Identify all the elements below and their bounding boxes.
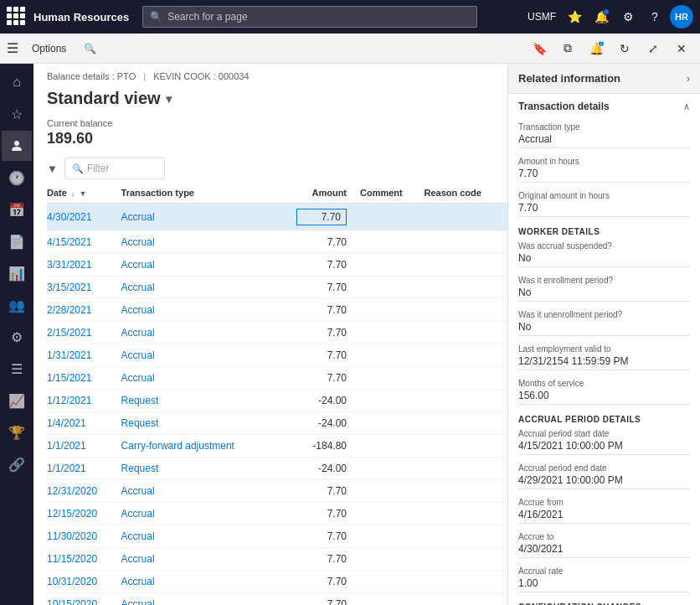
cell-type[interactable]: Accrual (121, 322, 278, 344)
cell-date[interactable]: 1/4/2021 (47, 412, 121, 435)
sidebar-item-document[interactable]: 📄 (2, 226, 32, 256)
cell-date[interactable]: 1/31/2021 (47, 344, 121, 367)
options-button[interactable]: Options (25, 39, 73, 58)
table-row[interactable]: 11/30/2020 Accrual 7.70 (47, 525, 507, 548)
sidebar-item-clock[interactable]: 🕐 (2, 163, 32, 193)
toolbar-open-icon[interactable]: ⧉ (556, 37, 579, 60)
sidebar-item-link[interactable]: 🔗 (2, 449, 32, 479)
cell-type[interactable]: Accrual (121, 204, 278, 231)
user-avatar[interactable]: HR (670, 5, 693, 28)
table-row[interactable]: 12/15/2020 Accrual 7.70 (47, 503, 507, 525)
toolbar-search-icon[interactable]: 🔍 (80, 39, 100, 59)
cell-amount[interactable]: 7.70 (277, 204, 360, 231)
cell-date[interactable]: 12/15/2020 (47, 503, 121, 525)
cell-type[interactable]: Accrual (121, 548, 278, 571)
cell-date[interactable]: 2/15/2021 (47, 322, 121, 344)
date-sort-icon[interactable]: ↓ (71, 189, 75, 198)
table-row[interactable]: 1/4/2021 Request -24.00 (47, 412, 507, 435)
table-row[interactable]: 1/15/2021 Accrual 7.70 (47, 367, 507, 390)
sidebar-item-settings2[interactable]: ⚙ (2, 322, 32, 352)
cell-amount: 7.70 (277, 231, 360, 254)
settings-icon[interactable]: ⚙ (616, 5, 640, 28)
cell-type[interactable]: Accrual (121, 277, 278, 299)
rp-value-last-employment: 12/31/2154 11:59:59 PM (518, 355, 690, 370)
toolbar-expand-icon[interactable]: ⤢ (641, 37, 665, 60)
cell-date[interactable]: 1/15/2021 (47, 367, 121, 390)
cell-type[interactable]: Request (121, 390, 278, 412)
sidebar-item-people[interactable]: 👥 (2, 290, 32, 320)
cell-type[interactable]: Request (121, 458, 278, 480)
cell-type[interactable]: Accrual (121, 571, 278, 593)
table-row[interactable]: 1/31/2021 Accrual 7.70 (47, 344, 507, 367)
date-filter-icon[interactable]: ▼ (79, 189, 86, 198)
sidebar-item-chart[interactable]: 📊 (2, 258, 32, 288)
table-row[interactable]: 10/15/2020 Accrual 7.70 (47, 593, 507, 606)
toolbar-refresh-icon[interactable]: ↻ (613, 37, 636, 60)
cell-type[interactable]: Carry-forward adjustment (121, 435, 278, 458)
cell-date[interactable]: 3/15/2021 (47, 277, 121, 299)
table-row[interactable]: 1/1/2021 Request -24.00 (47, 458, 507, 480)
filter-icon[interactable]: ▼ (47, 163, 58, 175)
cell-type[interactable]: Accrual (121, 480, 278, 503)
cell-type[interactable]: Accrual (121, 344, 278, 367)
right-panel-chevron[interactable]: › (687, 73, 690, 85)
sidebar-item-favorites[interactable]: ☆ (2, 99, 32, 129)
cell-date[interactable]: 2/28/2021 (47, 299, 121, 322)
toolbar-close-icon[interactable]: ✕ (670, 37, 693, 60)
toolbar-personalize-icon[interactable]: 🔖 (528, 37, 551, 60)
breadcrumb-part1: Balance details : PTO (47, 71, 136, 81)
cell-date[interactable]: 12/31/2020 (47, 480, 121, 503)
cell-date[interactable]: 1/1/2021 (47, 435, 121, 458)
cell-date[interactable]: 11/15/2020 (47, 548, 121, 571)
toolbar-notification-badge[interactable]: 🔔 7 (584, 37, 608, 60)
favorites-icon[interactable]: ⭐ (563, 5, 586, 28)
rp-section-header-transaction[interactable]: Transaction details ∧ (508, 94, 700, 119)
table-row[interactable]: 2/15/2021 Accrual 7.70 (47, 322, 507, 344)
notification-icon[interactable]: 🔔 (589, 5, 613, 28)
cell-date[interactable]: 4/15/2021 (47, 231, 121, 254)
cell-comment (360, 344, 424, 367)
table-row[interactable]: 1/12/2021 Request -24.00 (47, 390, 507, 412)
app-grid-icon[interactable] (7, 7, 27, 27)
sidebar-item-person[interactable] (2, 131, 32, 161)
cell-date[interactable]: 11/30/2020 (47, 525, 121, 548)
table-row[interactable]: 4/30/2021 Accrual 7.70 (47, 204, 507, 231)
table-row[interactable]: 3/15/2021 Accrual 7.70 (47, 277, 507, 299)
cell-type[interactable]: Accrual (121, 299, 278, 322)
table-row[interactable]: 2/28/2021 Accrual 7.70 (47, 299, 507, 322)
cell-type[interactable]: Accrual (121, 367, 278, 390)
hamburger-icon[interactable]: ☰ (7, 40, 18, 56)
right-panel: Related information › Transaction detail… (507, 64, 700, 605)
help-icon[interactable]: ? (643, 5, 667, 28)
cell-type[interactable]: Accrual (121, 593, 278, 606)
sidebar-item-graph[interactable]: 📈 (2, 385, 32, 416)
cell-date[interactable]: 3/31/2021 (47, 254, 121, 277)
cell-type[interactable]: Accrual (121, 231, 278, 254)
sidebar-item-home[interactable]: ⌂ (2, 67, 32, 97)
sidebar-item-calendar[interactable]: 📅 (2, 194, 32, 225)
rp-value-amount-hours: 7.70 (518, 168, 690, 183)
cell-type[interactable]: Request (121, 412, 278, 435)
sidebar-item-list[interactable]: ☰ (2, 354, 32, 384)
cell-type[interactable]: Accrual (121, 503, 278, 525)
table-row[interactable]: 12/31/2020 Accrual 7.70 (47, 480, 507, 503)
cell-date[interactable]: 4/30/2021 (47, 204, 121, 231)
cell-type[interactable]: Accrual (121, 525, 278, 548)
rp-section-chevron-up[interactable]: ∧ (683, 101, 690, 112)
cell-date[interactable]: 10/15/2020 (47, 593, 121, 606)
table-row[interactable]: 1/1/2021 Carry-forward adjustment -184.8… (47, 435, 507, 458)
filter-input-container[interactable]: 🔍 Filter (64, 158, 165, 179)
table-row[interactable]: 3/31/2021 Accrual 7.70 (47, 254, 507, 277)
sidebar-item-award[interactable]: 🏆 (2, 417, 32, 447)
rp-label-accrual-suspended: Was accrual suspended? (518, 241, 690, 251)
cell-type[interactable]: Accrual (121, 254, 278, 277)
table-row[interactable]: 4/15/2021 Accrual 7.70 (47, 231, 507, 254)
cell-date[interactable]: 1/12/2021 (47, 390, 121, 412)
global-search-bar[interactable]: 🔍 Search for a page (142, 6, 477, 28)
view-dropdown-chevron[interactable]: ▾ (166, 92, 172, 106)
amount-input[interactable]: 7.70 (296, 209, 347, 225)
cell-date[interactable]: 1/1/2021 (47, 458, 121, 480)
cell-date[interactable]: 10/31/2020 (47, 571, 121, 593)
table-row[interactable]: 10/31/2020 Accrual 7.70 (47, 571, 507, 593)
table-row[interactable]: 11/15/2020 Accrual 7.70 (47, 548, 507, 571)
